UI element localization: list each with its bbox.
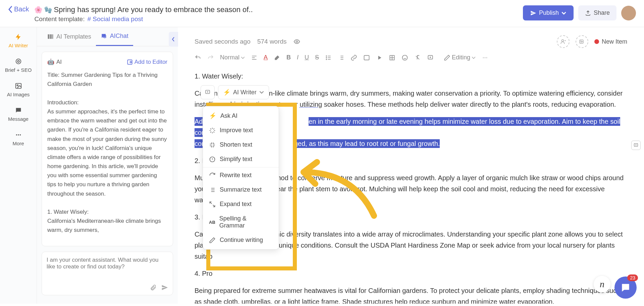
svg-point-16: [326, 57, 327, 58]
emoji-glove: 🧤: [44, 6, 52, 14]
status-dot: [594, 39, 599, 44]
ai-s1-text: California's Mediterranean-like climate …: [47, 216, 167, 235]
user-plus-icon: [560, 39, 566, 45]
tab-label: AIChat: [110, 33, 128, 40]
avatar[interactable]: [621, 6, 636, 20]
italic-button[interactable]: I: [297, 54, 299, 61]
chat-input-box[interactable]: [42, 252, 173, 295]
template-link[interactable]: # Social media post: [87, 15, 143, 23]
link-button[interactable]: [351, 54, 357, 61]
menu-ask-ai[interactable]: ⚡Ask AI: [203, 108, 279, 123]
menu-spelling[interactable]: ABSpelling & Grammar: [203, 211, 279, 233]
menu-improve[interactable]: Improve text: [203, 123, 279, 138]
svg-point-6: [19, 134, 21, 136]
svg-rect-9: [52, 34, 53, 39]
svg-rect-8: [50, 34, 52, 39]
add-to-editor-button[interactable]: Add to Editor: [126, 57, 167, 66]
ai-writer-dropdown[interactable]: ⚡ AI Writer: [218, 85, 269, 99]
add-comment-side[interactable]: [631, 141, 641, 150]
redo-button[interactable]: [207, 54, 214, 61]
send-icon: [530, 10, 536, 16]
table-icon: [389, 54, 395, 61]
menu-label: Rewrite text: [220, 172, 252, 179]
insert-icon: [126, 59, 133, 65]
emoji-icon: [401, 54, 408, 61]
menu-simplify[interactable]: Simplify text: [203, 152, 279, 166]
publish-button[interactable]: Publish: [523, 5, 574, 20]
share-button[interactable]: Share: [578, 5, 616, 20]
menu-expand[interactable]: Expand text: [203, 197, 279, 211]
svg-point-11: [296, 41, 298, 43]
mode-select[interactable]: Editing: [444, 54, 476, 61]
dots-icon: [482, 54, 488, 61]
nav-ai-images[interactable]: AI Images: [7, 82, 30, 97]
nav-more[interactable]: More: [12, 131, 24, 146]
add-block-button[interactable]: [201, 85, 215, 99]
clear-format-button[interactable]: [414, 54, 421, 61]
menu-label: Spelling & Grammar: [219, 215, 273, 229]
nav-message[interactable]: Message: [8, 107, 29, 122]
chevron-left-icon: [172, 37, 175, 42]
list-icon: [209, 187, 216, 193]
attach-icon[interactable]: [150, 284, 157, 291]
menu-shorten[interactable]: Shorten text: [203, 138, 279, 152]
add-image-button[interactable]: [576, 35, 588, 48]
ai-intro-text: As summer approaches, it's the perfect t…: [47, 107, 167, 198]
title-text: Spring has sprung! Are you ready to embr…: [54, 5, 253, 14]
message-icon: [15, 107, 22, 114]
nav-brief-seo[interactable]: Brief + SEO: [5, 58, 32, 73]
video-button[interactable]: [376, 54, 383, 61]
intercom-button[interactable]: 23: [614, 276, 637, 299]
bullet-list-button[interactable]: [325, 54, 332, 61]
narrato-badge[interactable]: n: [594, 276, 610, 293]
svg-point-12: [561, 40, 564, 42]
text-color-button[interactable]: A: [264, 54, 268, 61]
align-button[interactable]: [251, 54, 258, 61]
style-label: Normal: [220, 54, 239, 61]
menu-label: Summarize text: [220, 186, 262, 193]
table-button[interactable]: [389, 54, 395, 61]
ai-writer-label: AI Writer: [233, 89, 257, 96]
underline-button[interactable]: U: [305, 54, 309, 61]
number-list-button[interactable]: [338, 54, 344, 61]
nav-label: AI Images: [7, 92, 30, 97]
editor-toolbar: Normal A B I U S Editing: [195, 54, 627, 65]
comment-button[interactable]: [427, 54, 434, 61]
info-icon: [209, 156, 216, 163]
nav-label: Brief + SEO: [5, 67, 32, 73]
menu-summarize[interactable]: Summarize text: [203, 183, 279, 197]
collapse-panel-button[interactable]: [169, 32, 178, 47]
strike-button[interactable]: S: [315, 54, 319, 61]
ai-badge: 🤖 AI: [47, 57, 62, 66]
back-button[interactable]: Back: [8, 5, 34, 13]
image-button[interactable]: [363, 54, 370, 61]
share-label: Share: [594, 9, 610, 16]
menu-label: Simplify text: [220, 156, 252, 163]
nav-ai-writer[interactable]: AI Writer: [8, 33, 28, 48]
add-user-button[interactable]: [557, 35, 570, 48]
notification-count: 23: [627, 274, 638, 281]
bold-button[interactable]: B: [286, 54, 291, 61]
svg-point-3: [17, 85, 18, 86]
mode-label: Editing: [452, 54, 470, 61]
highlight-button[interactable]: [274, 54, 280, 61]
send-icon[interactable]: [161, 284, 168, 291]
play-icon: [376, 54, 383, 61]
more-button[interactable]: [482, 54, 488, 61]
eye-icon[interactable]: [293, 38, 300, 45]
saved-status: Saved seconds ago: [195, 38, 251, 45]
menu-rewrite[interactable]: Rewrite text: [203, 168, 279, 183]
new-item-badge[interactable]: New Item: [594, 38, 627, 45]
emoji-button[interactable]: [401, 54, 408, 61]
menu-label: Continue writing: [220, 237, 263, 244]
tab-ai-templates[interactable]: AI Templates: [42, 27, 96, 46]
chat-textarea[interactable]: [47, 257, 168, 277]
style-select[interactable]: Normal: [220, 54, 245, 61]
svg-point-14: [581, 41, 581, 41]
undo-button[interactable]: [195, 54, 201, 61]
tab-ai-chat[interactable]: AIChat: [96, 27, 133, 46]
emoji-flower: 🌸: [34, 6, 43, 14]
svg-point-17: [326, 59, 327, 60]
redo-icon: [207, 54, 214, 61]
menu-continue[interactable]: Continue writing: [203, 233, 279, 247]
